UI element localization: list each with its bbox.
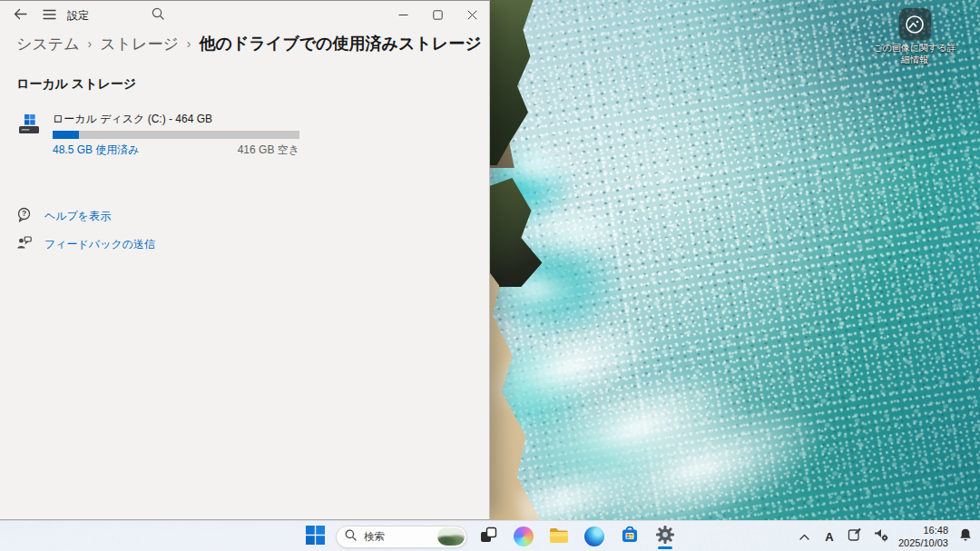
storage-bar <box>53 131 299 139</box>
maximize-icon <box>433 7 443 24</box>
titlebar: 設定 <box>0 1 489 30</box>
page-title: 他のドライブでの使用済みストレージ <box>200 33 482 54</box>
svg-text:?: ? <box>22 209 26 218</box>
drive-label[interactable]: ローカル ディスク (C:) - 464 GB <box>53 112 299 127</box>
settings-window: 設定 <box>0 0 490 520</box>
clock-date: 2025/10/03 <box>898 536 948 549</box>
copilot-button[interactable] <box>509 523 538 550</box>
file-explorer-icon <box>549 526 569 547</box>
settings-app-button[interactable] <box>651 523 680 550</box>
storage-bar-fill <box>53 131 79 139</box>
drive-row: ローカル ディスク (C:) - 464 GB 48.5 GB 使用済み 416… <box>18 112 489 158</box>
breadcrumb-separator: › <box>187 36 191 51</box>
used-space-link[interactable]: 48.5 GB 使用済み <box>53 143 140 158</box>
search-icon <box>152 7 164 24</box>
breadcrumb-system[interactable]: システム <box>16 34 80 54</box>
navigation-menu-button[interactable] <box>34 2 64 29</box>
spotlight-label: この画像に関する詳細情報 <box>873 43 956 65</box>
settings-search-button[interactable] <box>143 2 172 29</box>
picture-icon <box>899 8 931 40</box>
caption-buttons <box>386 1 489 30</box>
edge-button[interactable] <box>580 523 609 550</box>
pen-device-icon <box>848 527 862 546</box>
minimize-icon <box>398 7 408 24</box>
breadcrumb-separator: › <box>88 36 93 51</box>
windows-logo-icon <box>306 526 325 548</box>
feedback-link-label: フィードバックの送信 <box>44 237 155 252</box>
microsoft-store-button[interactable] <box>615 523 644 550</box>
footer-links: ? ヘルプを表示 フィードバックの送信 <box>16 207 489 254</box>
task-view-button[interactable] <box>474 523 503 550</box>
drive-info: ローカル ディスク (C:) - 464 GB 48.5 GB 使用済み 416… <box>53 112 299 158</box>
back-icon <box>14 7 27 24</box>
maximize-button[interactable] <box>420 1 455 30</box>
window-title: 設定 <box>67 8 89 24</box>
minimize-button[interactable] <box>386 1 420 30</box>
edge-icon <box>584 526 604 546</box>
drive-usage: 48.5 GB 使用済み 416 GB 空き <box>53 143 299 158</box>
microsoft-store-icon <box>620 525 640 548</box>
section-title: ローカル ストレージ <box>16 76 489 93</box>
file-explorer-button[interactable] <box>544 523 573 550</box>
back-button[interactable] <box>5 2 34 29</box>
bell-icon <box>958 527 973 546</box>
chevron-up-icon <box>799 528 810 545</box>
help-link-label: ヘルプを表示 <box>44 209 111 224</box>
breadcrumb-storage[interactable]: ストレージ <box>100 34 179 54</box>
help-icon: ? <box>16 207 32 226</box>
system-tray: A <box>797 521 975 551</box>
taskbar-center <box>300 521 680 551</box>
active-app-indicator <box>658 546 672 549</box>
taskbar-search-box[interactable] <box>336 526 467 548</box>
search-highlight-image <box>437 527 465 546</box>
ime-mode-label: A <box>825 530 833 544</box>
sound-settings-button[interactable] <box>872 524 890 549</box>
settings-gear-icon <box>655 525 675 548</box>
pen-device-button[interactable] <box>846 524 864 549</box>
notification-center-button[interactable] <box>956 524 975 549</box>
help-link[interactable]: ? ヘルプを表示 <box>16 207 489 226</box>
start-button[interactable] <box>300 523 329 550</box>
search-input[interactable] <box>362 530 433 543</box>
screen: この画像に関する詳細情報 設定 <box>0 0 980 551</box>
clock-time: 16:48 <box>923 524 948 536</box>
local-disk-icon <box>18 113 42 136</box>
hamburger-icon <box>43 7 56 24</box>
breadcrumb: システム › ストレージ › 他のドライブでの使用済みストレージ <box>0 30 489 54</box>
close-button[interactable] <box>455 1 489 30</box>
speaker-settings-icon <box>874 527 888 546</box>
feedback-link[interactable]: フィードバックの送信 <box>16 235 489 254</box>
free-space-label: 416 GB 空き <box>238 143 299 158</box>
tray-overflow-button[interactable] <box>797 524 813 549</box>
task-view-icon <box>480 526 497 547</box>
ime-mode-button[interactable]: A <box>821 524 838 549</box>
taskbar-clock[interactable]: 16:48 2025/10/03 <box>898 524 948 550</box>
spotlight-desktop-icon[interactable]: この画像に関する詳細情報 <box>873 8 956 65</box>
search-icon <box>345 528 357 545</box>
taskbar: A <box>0 520 980 551</box>
copilot-icon <box>514 526 534 546</box>
feedback-icon <box>16 235 32 254</box>
close-icon <box>467 7 477 24</box>
